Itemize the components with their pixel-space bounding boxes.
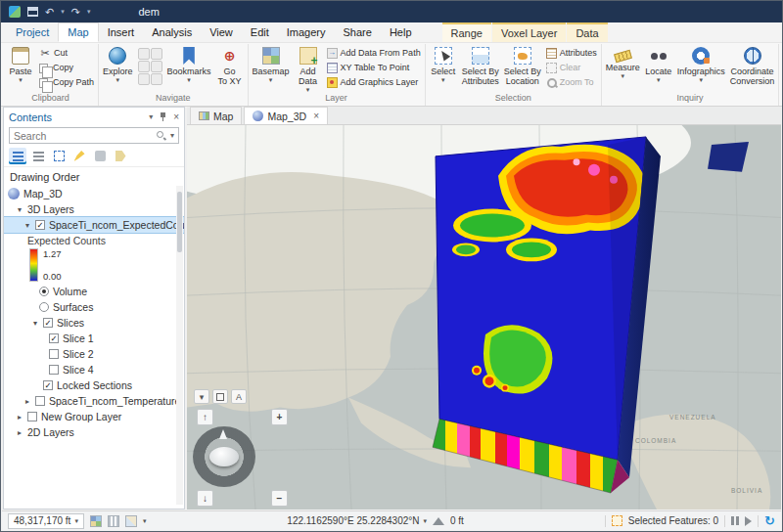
expander-closed-icon[interactable]: ▸ (23, 397, 31, 406)
zoom-in-button[interactable]: + (271, 409, 288, 425)
navigator-compass[interactable] (193, 426, 255, 487)
select-by-location-button[interactable]: Select By Location (502, 44, 543, 93)
tree-item-slice4[interactable]: Slice 4 (4, 362, 184, 377)
contents-search-box[interactable]: ▾ (9, 127, 179, 144)
add-graphics-layer-button[interactable]: Add Graphics Layer (325, 76, 423, 88)
contents-scrollbar[interactable] (176, 186, 183, 505)
previous-extent-icon[interactable] (138, 61, 150, 72)
tree-item-2d-layers[interactable]: ▸ 2D Layers (4, 424, 184, 440)
chevron-down-icon[interactable]: ▾ (61, 8, 65, 16)
copy-button[interactable]: Copy (37, 62, 96, 73)
tab-analysis[interactable]: Analysis (143, 22, 201, 42)
tab-share[interactable]: Share (335, 22, 381, 42)
select-button[interactable]: Select ▾ (428, 44, 459, 93)
view-tab-map[interactable]: Map (190, 107, 242, 124)
tab-voxel-layer[interactable]: Voxel Layer (492, 22, 566, 42)
slice4-checkbox[interactable] (49, 365, 59, 375)
tab-map[interactable]: Map (58, 22, 98, 42)
tab-insert[interactable]: Insert (99, 22, 144, 42)
infographics-button[interactable]: Infographics ▾ (675, 44, 727, 93)
close-icon[interactable]: × (173, 111, 179, 122)
save-icon[interactable] (27, 7, 38, 17)
paste-button[interactable]: Paste ▾ (5, 44, 36, 93)
select-by-attributes-button[interactable]: Select By Attributes (460, 44, 501, 93)
coordinate-conversion-button[interactable]: Coordinate Conversion (728, 44, 777, 93)
surfaces-radio[interactable] (39, 302, 49, 312)
explore-button[interactable]: Explore ▾ (101, 44, 135, 93)
basemap-button[interactable]: Basemap ▾ (251, 44, 292, 93)
grid-toggle-icon[interactable] (108, 515, 119, 527)
temperature-checkbox[interactable] (35, 396, 45, 406)
search-input[interactable] (14, 130, 152, 142)
expander-closed-icon[interactable]: ▸ (16, 413, 23, 421)
expander-open-icon[interactable]: ▾ (23, 221, 31, 230)
tree-item-slice1[interactable]: ✓ Slice 1 (4, 331, 184, 346)
list-by-labeling-button[interactable] (112, 148, 129, 164)
slice1-checkbox[interactable]: ✓ (49, 333, 59, 343)
list-by-snapping-button[interactable] (91, 148, 109, 164)
tree-item-3d-layers[interactable]: ▾ 3D Layers (4, 201, 184, 217)
locked-sections-checkbox[interactable]: ✓ (43, 380, 53, 390)
tree-item-volume[interactable]: Volume (4, 284, 184, 299)
pause-icon[interactable] (731, 516, 739, 525)
tab-data[interactable]: Data (567, 22, 607, 42)
add-data-button[interactable]: Add Data ▾ (293, 44, 324, 93)
list-by-source-button[interactable] (29, 148, 47, 164)
clear-button[interactable]: Clear (544, 62, 599, 73)
expander-open-icon[interactable]: ▾ (16, 205, 23, 214)
new-group-layer-checkbox[interactable] (27, 412, 37, 421)
list-by-drawing-order-button[interactable] (9, 148, 26, 164)
measure-button[interactable]: Measure ▾ (604, 44, 642, 93)
slices-checkbox[interactable]: ✓ (43, 318, 53, 328)
tree-item-expected-counts[interactable]: ▾ ✓ SpaceTi_ncom_ExpectedCounts (4, 217, 184, 233)
tab-help[interactable]: Help (381, 22, 421, 42)
coordinate-readout[interactable]: 122.1162590°E 25.2284302°N ▾ (287, 515, 427, 526)
tab-edit[interactable]: Edit (242, 22, 278, 42)
volume-radio[interactable] (39, 287, 49, 296)
full-extent-icon[interactable] (138, 48, 150, 60)
redo-icon[interactable]: ↷ (71, 7, 80, 18)
fixed-zoom-in-icon[interactable] (151, 48, 162, 60)
tree-item-temperature[interactable]: ▸ SpaceTi_ncom_Temperature (4, 393, 184, 409)
locate-button[interactable]: Locate ▾ (643, 44, 674, 93)
scrollbar-thumb[interactable] (177, 192, 182, 252)
basemap-toggle-icon[interactable] (90, 515, 102, 527)
slice2-checkbox[interactable] (49, 349, 59, 359)
tree-item-new-group-layer[interactable]: ▸ New Group Layer (4, 409, 184, 424)
fixed-zoom-out-icon[interactable] (151, 61, 162, 72)
expander-closed-icon[interactable]: ▸ (16, 428, 23, 437)
tree-item-locked-sections[interactable]: ✓ Locked Sections (4, 377, 184, 393)
tree-item-map3d[interactable]: Map_3D (4, 186, 184, 201)
tree-item-slices[interactable]: ▾ ✓ Slices (4, 315, 184, 331)
next-extent-icon[interactable] (138, 73, 150, 85)
close-icon[interactable]: × (313, 111, 319, 121)
chevron-down-icon[interactable]: ▾ (194, 389, 209, 404)
cut-button[interactable]: ✂ Cut (37, 47, 96, 59)
add-data-from-path-button[interactable]: Add Data From Path (325, 47, 423, 59)
snapping-toggle-icon[interactable] (125, 515, 137, 527)
bookmarks-button[interactable]: Bookmarks ▾ (165, 44, 213, 93)
play-icon[interactable] (745, 516, 752, 526)
refresh-icon[interactable]: ↻ (764, 513, 775, 528)
scene-viewport[interactable]: VENEZUELA COLOMBIA BOLIVIA (187, 125, 781, 510)
tilt-up-button[interactable]: ↑ (197, 409, 213, 425)
xy-table-to-point-button[interactable]: XY Table To Point (325, 62, 423, 73)
tab-project[interactable]: Project (7, 22, 58, 42)
attribution-button[interactable]: A (231, 389, 247, 404)
tab-imagery[interactable]: Imagery (278, 22, 335, 42)
zoom-to-button[interactable]: Zoom To (544, 76, 599, 88)
layer-checkbox[interactable]: ✓ (35, 220, 45, 230)
chevron-down-icon[interactable]: ▾ (170, 131, 174, 140)
fullscreen-icon[interactable] (212, 389, 228, 404)
tree-item-slice2[interactable]: Slice 2 (4, 346, 184, 362)
chevron-down-icon[interactable]: ▾ (149, 112, 153, 121)
zoom-out-button[interactable]: − (271, 490, 288, 507)
copy-path-button[interactable]: Copy Path (37, 76, 96, 88)
list-by-selection-button[interactable] (50, 148, 68, 164)
tree-item-surfaces[interactable]: Surfaces (4, 299, 184, 315)
view-tab-map3d[interactable]: Map_3D × (244, 107, 328, 124)
list-by-editing-button[interactable] (70, 148, 88, 164)
go-to-xy-button[interactable]: ⊕ Go To XY (214, 44, 246, 93)
tab-range[interactable]: Range (442, 22, 491, 42)
attributes-button[interactable]: Attributes (544, 47, 599, 59)
